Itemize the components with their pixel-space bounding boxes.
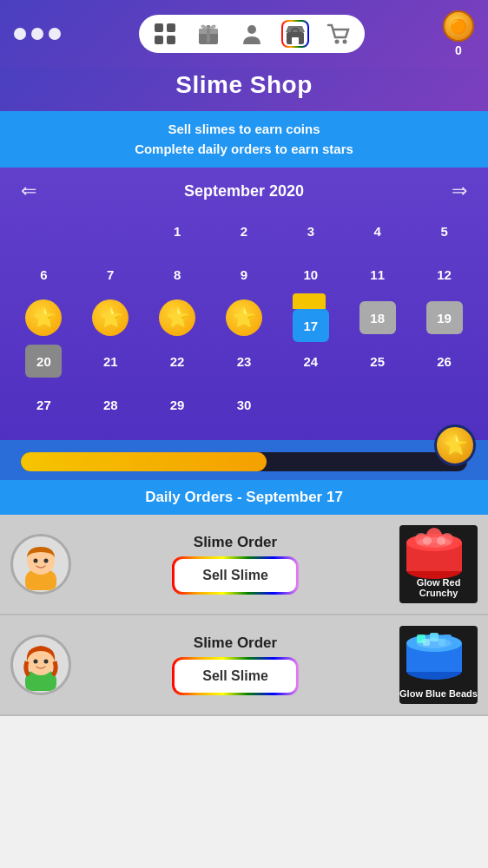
gray-pill-18: 18 xyxy=(359,301,396,334)
daily-orders-header: Daily Orders - September 17 xyxy=(0,480,488,515)
gift-icon-btn[interactable] xyxy=(195,20,222,48)
svg-rect-2 xyxy=(155,36,163,44)
slime-label-1: Glow Red Crunchy xyxy=(399,577,478,598)
nav-dot-2 xyxy=(31,28,43,40)
daily-orders-title: Daily Orders - September 17 xyxy=(145,489,343,505)
sell-btn-2[interactable]: Sell Slime xyxy=(175,660,296,693)
nav-dots xyxy=(14,28,61,40)
star-badge-16: ⭐ xyxy=(226,299,262,336)
cal-day-15[interactable]: ⭐ xyxy=(144,296,211,339)
cal-day-24: 24 xyxy=(277,339,344,383)
info-line2: Complete daily orders to earn stars xyxy=(10,140,478,160)
cal-day-13[interactable]: ⭐ xyxy=(10,296,77,339)
person-icon-btn[interactable] xyxy=(238,20,266,48)
nav-dot-1 xyxy=(14,28,26,40)
cal-day-11: 11 xyxy=(344,253,411,296)
cal-day-7: 7 xyxy=(77,253,144,296)
avatar-girl xyxy=(10,635,71,695)
sell-btn-1[interactable]: Sell Slime xyxy=(175,559,296,592)
cal-day-28: 28 xyxy=(77,383,144,426)
cal-day-20[interactable]: 20 xyxy=(10,339,77,383)
cal-day-17[interactable]: 17 xyxy=(277,296,344,339)
svg-point-24 xyxy=(417,537,452,548)
cal-day-29: 29 xyxy=(144,383,211,426)
svg-rect-1 xyxy=(167,23,175,32)
slime-image-1: Glow Red Crunchy xyxy=(399,525,478,603)
info-banner: Sell slimes to earn coins Complete daily… xyxy=(0,111,488,168)
cal-day-10: 10 xyxy=(277,253,344,296)
star-badge-15: ⭐ xyxy=(159,299,195,336)
cal-day-18[interactable]: 18 xyxy=(344,296,411,339)
star-badge-14: ⭐ xyxy=(92,299,129,336)
svg-point-27 xyxy=(34,660,38,664)
order-title-2: Slime Order xyxy=(194,635,277,652)
cal-day-8: 8 xyxy=(144,253,211,296)
svg-point-15 xyxy=(44,559,49,563)
svg-rect-9 xyxy=(292,37,299,44)
cal-day-1: 1 xyxy=(144,209,211,253)
progress-star-icon: ⭐ xyxy=(434,424,476,466)
progress-fill xyxy=(21,452,267,471)
nav-icons-pill xyxy=(139,15,365,53)
coin-icon: 🟠 xyxy=(443,10,474,42)
cal-day-4: 4 xyxy=(344,209,411,253)
svg-point-7 xyxy=(247,25,256,34)
page-title: Slime Shop xyxy=(0,71,488,99)
cal-day-23: 23 xyxy=(211,339,278,383)
cal-day-6: 6 xyxy=(10,253,77,296)
month-label: September 2020 xyxy=(184,182,304,201)
cal-empty-1 xyxy=(10,209,77,253)
next-month-button[interactable]: ⇒ xyxy=(452,180,467,202)
top-nav: 🟠 0 xyxy=(0,0,488,68)
order-title-1: Slime Order xyxy=(194,534,277,551)
cal-day-27: 27 xyxy=(10,383,77,426)
dark-pill-20: 20 xyxy=(25,345,62,378)
avatar-boy xyxy=(10,534,71,595)
cal-empty-end-1 xyxy=(277,383,344,426)
cart-icon-btn[interactable] xyxy=(325,20,353,48)
cal-day-14[interactable]: ⭐ xyxy=(77,296,144,339)
order-card-1: Slime Order Sell Slime Glow xyxy=(0,515,488,615)
order-middle-2: Slime Order Sell Slime xyxy=(80,635,391,695)
gray-pill-19: 19 xyxy=(426,301,463,334)
orders-container: Slime Order Sell Slime Glow xyxy=(0,515,488,716)
svg-point-11 xyxy=(343,40,347,44)
shop-icon-btn[interactable] xyxy=(281,20,309,48)
cal-day-22: 22 xyxy=(144,339,211,383)
cal-empty-end-3 xyxy=(411,383,478,426)
calendar-section: ⇐ September 2020 ⇒ 1 2 3 4 5 6 7 8 9 10 … xyxy=(0,168,488,440)
cal-day-9: 9 xyxy=(211,253,278,296)
calendar-grid: 1 2 3 4 5 6 7 8 9 10 11 12 ⭐ ⭐ ⭐ ⭐ 17 xyxy=(0,209,488,426)
cal-day-2: 2 xyxy=(211,209,278,253)
grid-icon-btn[interactable] xyxy=(151,20,179,48)
cal-day-5: 5 xyxy=(411,209,478,253)
prev-month-button[interactable]: ⇐ xyxy=(21,180,36,202)
svg-point-10 xyxy=(335,40,340,44)
cal-empty-end-2 xyxy=(344,383,411,426)
progress-section: ⭐ xyxy=(0,440,488,480)
cal-day-12: 12 xyxy=(411,253,478,296)
coin-count: 0 xyxy=(455,43,462,57)
svg-point-37 xyxy=(417,638,452,648)
cal-empty-2 xyxy=(77,209,144,253)
title-bar: Slime Shop xyxy=(0,68,488,111)
cal-day-19[interactable]: 19 xyxy=(411,296,478,339)
today-yellow-indicator xyxy=(293,293,326,309)
progress-track: ⭐ xyxy=(21,452,467,471)
svg-point-14 xyxy=(34,559,38,563)
sell-btn-wrapper-2[interactable]: Sell Slime xyxy=(172,657,299,695)
cal-day-25: 25 xyxy=(344,339,411,383)
cal-day-26: 26 xyxy=(411,339,478,383)
coin-area: 🟠 0 xyxy=(443,10,474,57)
cal-day-30: 30 xyxy=(211,383,278,426)
svg-rect-3 xyxy=(167,36,175,44)
slime-image-2: Glow Blue Beads xyxy=(399,626,478,704)
nav-dot-3 xyxy=(49,28,61,40)
cal-day-21: 21 xyxy=(77,339,144,383)
cal-day-16[interactable]: ⭐ xyxy=(211,296,278,339)
svg-rect-0 xyxy=(155,23,163,32)
sell-btn-wrapper-1[interactable]: Sell Slime xyxy=(172,556,299,595)
info-line1: Sell slimes to earn coins xyxy=(10,120,478,140)
month-nav: ⇐ September 2020 ⇒ xyxy=(0,168,488,209)
slime-label-2: Glow Blue Beads xyxy=(399,688,478,699)
